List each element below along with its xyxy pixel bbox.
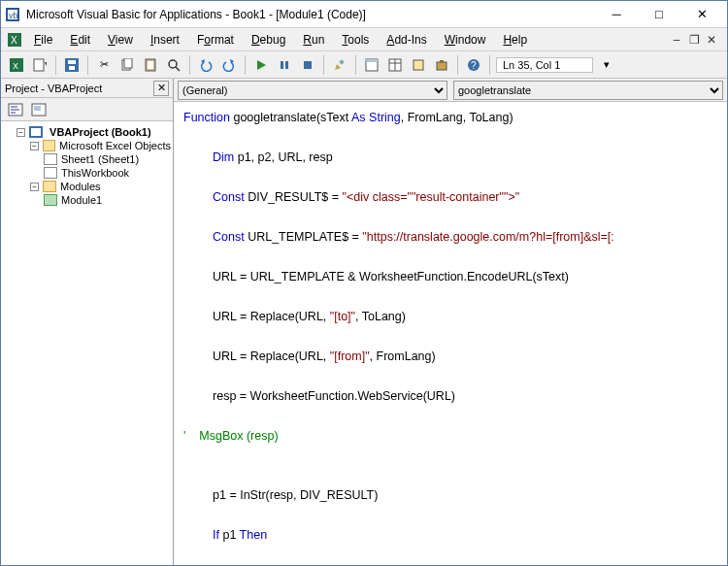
tree-root-label: VBAProject (Book1) [50, 126, 151, 138]
menu-edit[interactable]: Edit [62, 31, 98, 49]
toolbar: X ✂ ? Ln 35, Col 1 ▾ [1, 51, 727, 79]
svg-line-17 [176, 67, 180, 71]
cursor-position: Ln 35, Col 1 [496, 57, 593, 73]
window-title: Microsoft Visual Basic for Applications … [26, 8, 595, 21]
close-button[interactable]: ✕ [680, 2, 723, 27]
tree-thisworkbook[interactable]: ThisWorkbook [44, 166, 171, 180]
mdi-close-button[interactable]: ✕ [704, 32, 719, 48]
project-explorer-icon[interactable] [362, 55, 381, 75]
minimize-button[interactable]: ─ [595, 2, 638, 27]
tree-thisworkbook-label: ThisWorkbook [61, 167, 129, 179]
redo-icon[interactable] [219, 55, 239, 75]
vba-window: vb Microsoft Visual Basic for Applicatio… [0, 0, 728, 566]
explorer-title-bar: Project - VBAProject ✕ [1, 79, 173, 98]
svg-rect-11 [69, 66, 75, 70]
menu-window[interactable]: Window [437, 31, 494, 49]
svg-rect-31 [414, 60, 423, 70]
object-browser-icon[interactable] [409, 55, 428, 75]
undo-icon[interactable] [196, 55, 215, 75]
code-editor[interactable]: Function googletranslate(sText As String… [174, 102, 727, 565]
reset-icon[interactable] [298, 55, 317, 75]
maximize-button[interactable]: □ [638, 2, 680, 27]
menu-addins[interactable]: Add-Ins [379, 31, 434, 49]
explorer-title: Project - VBAProject [5, 83, 102, 94]
svg-marker-20 [257, 60, 266, 70]
tree-excel-objects-label: Microsoft Excel Objects [59, 140, 171, 151]
code-pane: (General) googletranslate Function googl… [174, 79, 727, 565]
explorer-close-button[interactable]: ✕ [153, 81, 169, 96]
menu-file[interactable]: File [26, 31, 60, 49]
svg-rect-27 [366, 59, 378, 62]
svg-rect-43 [31, 128, 41, 136]
tree-sheet1[interactable]: Sheet1 (Sheet1) [44, 152, 171, 166]
design-mode-icon[interactable] [330, 55, 349, 75]
menu-view[interactable]: View [100, 31, 141, 49]
svg-rect-21 [281, 61, 283, 69]
tree-modules-folder[interactable]: −Modules [30, 180, 171, 193]
view-object-icon[interactable] [28, 100, 50, 119]
toolbar-overflow-icon[interactable]: ▾ [597, 55, 616, 75]
mdi-minimize-button[interactable]: – [669, 32, 684, 48]
tree-project-root[interactable]: − VBAProject (Book1) [17, 125, 171, 139]
svg-rect-32 [437, 62, 447, 70]
svg-rect-33 [440, 60, 444, 63]
svg-marker-24 [335, 64, 341, 70]
tree-excel-objects-folder[interactable]: −Microsoft Excel Objects [30, 139, 171, 152]
find-icon[interactable] [164, 55, 183, 75]
main-area: Project - VBAProject ✕ − VBAProject (Boo… [1, 79, 727, 565]
menu-debug[interactable]: Debug [244, 31, 293, 49]
svg-rect-13 [124, 58, 132, 68]
excel-switch-icon[interactable]: X [5, 30, 24, 50]
menu-format[interactable]: Format [189, 31, 242, 49]
tree-modules-label: Modules [60, 181, 101, 192]
paste-icon[interactable] [141, 55, 160, 75]
svg-rect-10 [68, 60, 76, 64]
copy-icon[interactable] [117, 55, 137, 75]
titlebar: vb Microsoft Visual Basic for Applicatio… [1, 1, 727, 28]
svg-rect-23 [304, 61, 312, 69]
svg-marker-8 [45, 62, 47, 66]
cut-icon[interactable]: ✂ [94, 55, 114, 75]
svg-rect-25 [339, 59, 345, 65]
svg-rect-22 [285, 61, 288, 69]
svg-rect-7 [34, 59, 44, 71]
code-combos: (General) googletranslate [174, 79, 727, 102]
svg-text:X: X [13, 61, 18, 71]
procedure-combo[interactable]: googletranslate [453, 81, 723, 100]
svg-rect-15 [148, 61, 153, 69]
svg-point-16 [169, 60, 177, 68]
insert-dropdown-icon[interactable] [30, 55, 50, 75]
menu-insert[interactable]: Insert [143, 31, 187, 49]
svg-text:vb: vb [9, 11, 18, 20]
run-icon[interactable] [251, 55, 271, 75]
menubar: X File Edit View Insert Format Debug Run… [1, 28, 727, 51]
vba-app-icon: vb [5, 7, 20, 22]
menu-help[interactable]: Help [495, 31, 535, 49]
view-code-icon[interactable] [5, 100, 26, 119]
help-icon[interactable]: ? [464, 55, 483, 75]
mdi-restore-button[interactable]: ❐ [686, 32, 702, 48]
toggle-folders-icon[interactable] [51, 100, 73, 119]
project-explorer: Project - VBAProject ✕ − VBAProject (Boo… [1, 79, 174, 565]
tree-module1[interactable]: Module1 [44, 193, 171, 207]
break-icon[interactable] [275, 55, 294, 75]
object-combo[interactable]: (General) [178, 81, 447, 100]
tree-sheet1-label: Sheet1 (Sheet1) [61, 153, 139, 165]
svg-text:X: X [11, 35, 17, 46]
tree-module1-label: Module1 [61, 194, 102, 206]
view-excel-icon[interactable]: X [7, 55, 26, 75]
save-icon[interactable] [62, 55, 82, 75]
properties-icon[interactable] [385, 55, 405, 75]
svg-text:?: ? [471, 60, 477, 71]
menu-tools[interactable]: Tools [334, 31, 377, 49]
project-tree[interactable]: − VBAProject (Book1) −Microsoft Excel Ob… [1, 121, 173, 565]
toolbox-icon[interactable] [432, 55, 451, 75]
menu-run[interactable]: Run [295, 31, 332, 49]
svg-rect-41 [34, 106, 41, 111]
explorer-toolbar [1, 98, 173, 121]
